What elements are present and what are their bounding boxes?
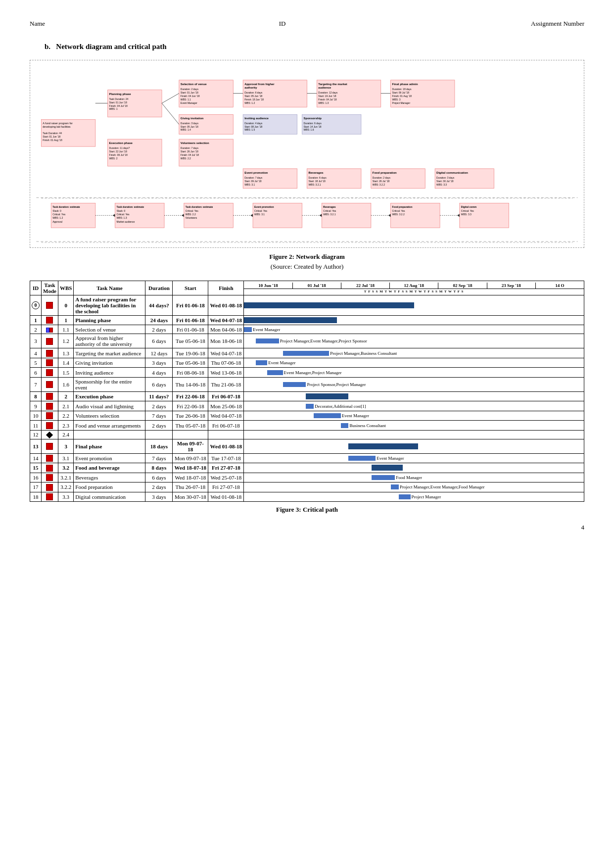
table-row-start: Tue 05-06-18 bbox=[173, 334, 208, 348]
table-row-finish: Thu 21-06-18 bbox=[208, 377, 244, 391]
svg-text:Start: 14 Jun '18: Start: 14 Jun '18 bbox=[304, 126, 322, 128]
table-row-start: Mon 30-07-18 bbox=[173, 492, 208, 501]
table-row-duration: 3 days bbox=[145, 358, 173, 367]
table-row-id: 17 bbox=[30, 482, 42, 492]
svg-marker-138 bbox=[388, 214, 391, 217]
svg-text:Duration: 3 days: Duration: 3 days bbox=[181, 122, 199, 125]
table-row-name: Beverages bbox=[74, 473, 145, 482]
svg-text:WBS: 3.2.1: WBS: 3.2.1 bbox=[308, 184, 321, 186]
table-row-wbs: 2.3 bbox=[58, 421, 73, 430]
table-row-id: 8 bbox=[30, 391, 42, 401]
svg-text:Finish: 01 Aug '18: Finish: 01 Aug '18 bbox=[392, 95, 412, 97]
table-row-name: Food preparation bbox=[74, 482, 145, 492]
svg-text:Giving invitation: Giving invitation bbox=[181, 117, 204, 120]
svg-text:Slack: 0: Slack: 0 bbox=[52, 210, 61, 212]
svg-text:Start: 30 Jul '18: Start: 30 Jul '18 bbox=[436, 180, 454, 183]
gantt-bar bbox=[306, 393, 348, 399]
svg-text:WBS: 1.2: WBS: 1.2 bbox=[52, 217, 63, 219]
svg-text:Critical: Yes: Critical: Yes bbox=[254, 210, 267, 212]
svg-text:WBS: 3.1: WBS: 3.1 bbox=[254, 213, 265, 216]
table-row-name: Selection of venue bbox=[74, 325, 145, 334]
table-row-duration: 12 days bbox=[145, 348, 173, 358]
svg-text:WBS: 1.2: WBS: 1.2 bbox=[244, 102, 255, 104]
svg-text:Duration: 12 days: Duration: 12 days bbox=[318, 92, 337, 94]
svg-marker-135 bbox=[182, 214, 184, 217]
table-row-id: 18 bbox=[30, 492, 42, 501]
table-row-mode bbox=[42, 316, 58, 325]
table-row-wbs: 3.2.2 bbox=[58, 482, 73, 492]
table-row-name: Sponsorship for the entire event bbox=[74, 377, 145, 391]
table-row-mode bbox=[42, 421, 58, 430]
svg-text:Duration: 7 days: Duration: 7 days bbox=[244, 177, 263, 179]
table-row-finish: Thu 07-06-18 bbox=[208, 358, 244, 367]
svg-marker-139 bbox=[457, 214, 460, 217]
gantt-bar-label: Food Manager bbox=[396, 475, 422, 480]
table-row-finish: Wed 04-07-18 bbox=[208, 316, 244, 325]
gantt-bar bbox=[348, 456, 376, 461]
gantt-bar-label: Event Manager bbox=[377, 456, 404, 461]
table-row-gantt bbox=[244, 391, 584, 401]
table-row-id: 13 bbox=[30, 439, 42, 453]
table-row-start: Thu 14-06-18 bbox=[173, 377, 208, 391]
table-row-gantt: Food Manager bbox=[244, 473, 584, 482]
table-row-gantt: Project Manager,Business Consultant bbox=[244, 348, 584, 358]
svg-text:Critical: Yes: Critical: Yes bbox=[461, 210, 474, 212]
table-row-mode bbox=[42, 473, 58, 482]
svg-text:Critical: Yes: Critical: Yes bbox=[186, 210, 198, 212]
table-row-finish: Wed 04-07-18 bbox=[208, 348, 244, 358]
table-row-start: Fri 22-06-18 bbox=[173, 391, 208, 401]
table-row-wbs: 1 bbox=[58, 316, 73, 325]
table-row-name: Approval from higher authority of the un… bbox=[74, 334, 145, 348]
table-row-gantt: Business Consultant bbox=[244, 421, 584, 430]
table-row-mode bbox=[42, 295, 58, 316]
table-row-name: Audio visual and lightning bbox=[74, 401, 145, 411]
table-row-id: 0 bbox=[30, 295, 42, 316]
svg-text:Start: 09 Jul '18: Start: 09 Jul '18 bbox=[392, 92, 410, 94]
section-b-text: Network diagram and critical path bbox=[56, 43, 166, 50]
table-row-gantt bbox=[244, 430, 584, 439]
table-row-gantt: Event Manager bbox=[244, 358, 584, 367]
table-row-mode bbox=[42, 348, 58, 358]
table-row-mode bbox=[42, 391, 58, 401]
table-row-start: Tue 26-06-18 bbox=[173, 411, 208, 420]
svg-text:WBS: 1.4: WBS: 1.4 bbox=[181, 129, 191, 131]
table-row-finish: Wed 01-08-18 bbox=[208, 439, 244, 453]
table-row-start: Thu 26-07-18 bbox=[173, 482, 208, 492]
table-row-mode bbox=[42, 430, 58, 439]
svg-text:Finish: 18 Jun '18: Finish: 18 Jun '18 bbox=[244, 98, 264, 101]
svg-text:authority: authority bbox=[244, 86, 257, 89]
header-assignment: Assignment Number bbox=[436, 20, 584, 28]
svg-text:Selection of venue: Selection of venue bbox=[181, 83, 207, 86]
table-row-mode bbox=[42, 492, 58, 501]
svg-text:Start: 19 Jun '18: Start: 19 Jun '18 bbox=[318, 95, 336, 97]
table-row-start: Fri 01-06-18 bbox=[173, 295, 208, 316]
svg-text:Start: 01 Jun '18: Start: 01 Jun '18 bbox=[109, 101, 127, 104]
table-row-duration: 4 days bbox=[145, 368, 173, 377]
svg-text:WBS: 3.1: WBS: 3.1 bbox=[244, 184, 255, 186]
gantt-bar bbox=[283, 382, 306, 387]
table-row-name: Digital communication bbox=[74, 492, 145, 501]
gantt-bar bbox=[244, 302, 414, 308]
figure2-source: (Source: Created by Author) bbox=[30, 263, 584, 271]
table-row-gantt bbox=[244, 439, 584, 453]
table-row-start: Fri 01-06-18 bbox=[173, 316, 208, 325]
svg-text:Duration: 2 days: Duration: 2 days bbox=[373, 177, 391, 179]
table-row-name: Execution phase bbox=[74, 391, 145, 401]
table-row-name: Food and venue arrangements bbox=[74, 421, 145, 430]
table-row-id: 15 bbox=[30, 463, 42, 473]
table-row-name: Event promotion bbox=[74, 453, 145, 463]
svg-text:Start: 26 Jul '18: Start: 26 Jul '18 bbox=[373, 180, 390, 183]
table-row-id: 16 bbox=[30, 473, 42, 482]
svg-text:Event Manager: Event Manager bbox=[181, 102, 197, 104]
table-row-finish: Wed 01-08-18 bbox=[208, 295, 244, 316]
table-row-finish: Wed 01-08-18 bbox=[208, 492, 244, 501]
svg-text:WBS: 1.3: WBS: 1.3 bbox=[318, 102, 329, 104]
svg-text:WBS: 1.1: WBS: 1.1 bbox=[181, 98, 191, 101]
svg-text:Start: 22 Jun '18: Start: 22 Jun '18 bbox=[109, 150, 127, 153]
table-row-id: 2 bbox=[30, 325, 42, 334]
table-row-finish: Wed 25-07-18 bbox=[208, 473, 244, 482]
gantt-bar bbox=[348, 443, 418, 449]
table-row-mode bbox=[42, 482, 58, 492]
table-row-start: Mon 09-07-18 bbox=[173, 439, 208, 453]
gantt-bar bbox=[244, 317, 337, 323]
